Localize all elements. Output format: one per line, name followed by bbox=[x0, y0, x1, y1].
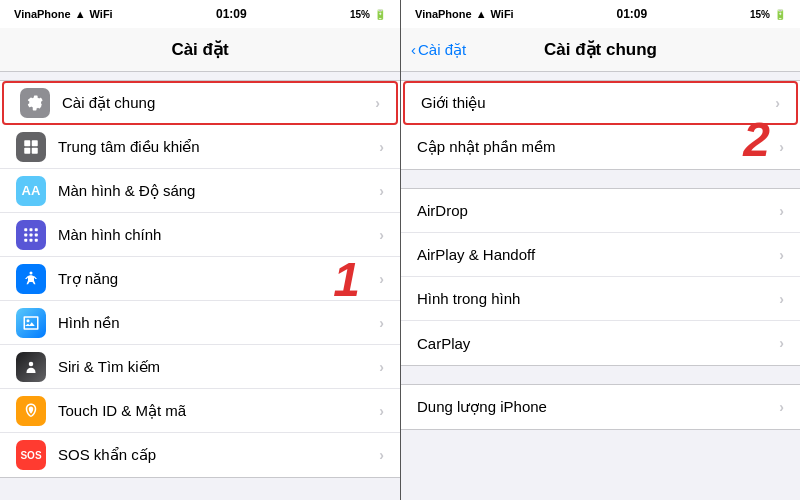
chevron-carplay: › bbox=[779, 335, 784, 351]
right-status-bar: VinaPhone ▲ WiFi 01:09 15% 🔋 bbox=[401, 0, 800, 28]
right-group-1: Giới thiệu › Cập nhật phần mềm › bbox=[401, 80, 800, 170]
right-wifi-icon: WiFi bbox=[491, 8, 514, 20]
chevron-software-update: › bbox=[779, 139, 784, 155]
left-status-right: 15% 🔋 bbox=[350, 9, 386, 20]
right-list-group-3: Dung lượng iPhone › bbox=[401, 384, 800, 430]
item-label-accessibility: Trợ năng bbox=[58, 270, 379, 288]
chevron-wallpaper: › bbox=[379, 315, 384, 331]
right-status-right: 15% 🔋 bbox=[750, 9, 786, 20]
back-button[interactable]: ‹ Cài đặt bbox=[411, 41, 466, 59]
right-carrier: VinaPhone bbox=[415, 8, 472, 20]
left-signal-icon: ▲ bbox=[75, 8, 86, 20]
item-label-display: Màn hình & Độ sáng bbox=[58, 182, 379, 200]
chevron-siri: › bbox=[379, 359, 384, 375]
item-label-picture: Hình trong hình bbox=[417, 290, 779, 307]
back-label: Cài đặt bbox=[418, 41, 466, 59]
right-list-group-2: AirDrop › AirPlay & Handoff › Hình trong… bbox=[401, 188, 800, 366]
svg-rect-3 bbox=[32, 147, 38, 153]
svg-rect-9 bbox=[35, 233, 38, 236]
list-item-control[interactable]: Trung tâm điều khiển › bbox=[0, 125, 400, 169]
svg-rect-4 bbox=[24, 228, 27, 231]
left-status-bar: VinaPhone ▲ WiFi 01:09 15% 🔋 bbox=[0, 0, 400, 28]
chevron-storage: › bbox=[779, 399, 784, 415]
svg-rect-8 bbox=[30, 233, 33, 236]
icon-sos: SOS bbox=[16, 440, 46, 470]
chevron-airplay: › bbox=[779, 247, 784, 263]
list-item-wallpaper[interactable]: Hình nền › bbox=[0, 301, 400, 345]
right-group-3: Dung lượng iPhone › bbox=[401, 384, 800, 430]
right-status-left: VinaPhone ▲ WiFi bbox=[415, 8, 514, 20]
svg-rect-11 bbox=[30, 238, 33, 241]
list-item-sos[interactable]: SOS SOS khẩn cấp › bbox=[0, 433, 400, 477]
chevron-general: › bbox=[375, 95, 380, 111]
chevron-homescreen: › bbox=[379, 227, 384, 243]
item-label-sos: SOS khẩn cấp bbox=[58, 446, 379, 464]
list-item-software-update[interactable]: Cập nhật phần mềm › bbox=[401, 125, 800, 169]
svg-rect-7 bbox=[24, 233, 27, 236]
icon-wallpaper bbox=[16, 308, 46, 338]
left-wifi-icon: WiFi bbox=[90, 8, 113, 20]
svg-point-13 bbox=[30, 271, 33, 274]
list-item-touchid[interactable]: Touch ID & Mật mã › bbox=[0, 389, 400, 433]
right-battery-icon: 🔋 bbox=[774, 9, 786, 20]
right-battery-percent: 15% bbox=[750, 9, 770, 20]
right-nav-title: Cài đặt chung bbox=[544, 39, 657, 60]
chevron-touchid: › bbox=[379, 403, 384, 419]
left-status-left: VinaPhone ▲ WiFi bbox=[14, 8, 113, 20]
list-item-airplay[interactable]: AirPlay & Handoff › bbox=[401, 233, 800, 277]
item-label-airdrop: AirDrop bbox=[417, 202, 779, 219]
list-item-about[interactable]: Giới thiệu › bbox=[403, 81, 798, 125]
icon-control bbox=[16, 132, 46, 162]
left-scroll-area[interactable]: 1 Cài đặt chung › bbox=[0, 72, 400, 500]
icon-display: AA bbox=[16, 176, 46, 206]
list-item-homescreen[interactable]: Màn hình chính › bbox=[0, 213, 400, 257]
list-item-siri[interactable]: Siri & Tìm kiếm › bbox=[0, 345, 400, 389]
item-label-airplay: AirPlay & Handoff bbox=[417, 246, 779, 263]
icon-homescreen bbox=[16, 220, 46, 250]
item-label-touchid: Touch ID & Mật mã bbox=[58, 402, 379, 420]
chevron-accessibility: › bbox=[379, 271, 384, 287]
right-nav-bar: ‹ Cài đặt Cài đặt chung bbox=[401, 28, 800, 72]
svg-rect-5 bbox=[30, 228, 33, 231]
item-label-about: Giới thiệu bbox=[421, 94, 775, 112]
item-label-wallpaper: Hình nền bbox=[58, 314, 379, 332]
svg-rect-0 bbox=[24, 140, 30, 146]
item-label-control: Trung tâm điều khiển bbox=[58, 138, 379, 156]
right-list-group-1: Giới thiệu › Cập nhật phần mềm › bbox=[401, 80, 800, 170]
icon-touchid bbox=[16, 396, 46, 426]
list-item-carplay[interactable]: CarPlay › bbox=[401, 321, 800, 365]
left-red-number: 1 bbox=[333, 252, 360, 307]
list-item-storage[interactable]: Dung lượng iPhone › bbox=[401, 385, 800, 429]
left-nav-bar: Cài đặt bbox=[0, 28, 400, 72]
svg-point-14 bbox=[29, 361, 34, 366]
left-battery-icon: 🔋 bbox=[374, 9, 386, 20]
list-item-picture[interactable]: Hình trong hình › bbox=[401, 277, 800, 321]
chevron-display: › bbox=[379, 183, 384, 199]
chevron-control: › bbox=[379, 139, 384, 155]
item-label-software-update: Cập nhật phần mềm bbox=[417, 138, 779, 156]
left-phone-panel: VinaPhone ▲ WiFi 01:09 15% 🔋 Cài đặt 1 bbox=[0, 0, 400, 500]
icon-siri bbox=[16, 352, 46, 382]
right-group-2: AirDrop › AirPlay & Handoff › Hình trong… bbox=[401, 188, 800, 366]
right-phone-panel: VinaPhone ▲ WiFi 01:09 15% 🔋 ‹ Cài đặt C… bbox=[400, 0, 800, 500]
svg-rect-10 bbox=[24, 238, 27, 241]
icon-gear bbox=[20, 88, 50, 118]
left-nav-title: Cài đặt bbox=[171, 39, 228, 60]
item-label-general: Cài đặt chung bbox=[62, 94, 375, 112]
right-time: 01:09 bbox=[616, 7, 647, 21]
list-item-airdrop[interactable]: AirDrop › bbox=[401, 189, 800, 233]
left-battery-percent: 15% bbox=[350, 9, 370, 20]
list-item-display[interactable]: AA Màn hình & Độ sáng › bbox=[0, 169, 400, 213]
right-signal-icon: ▲ bbox=[476, 8, 487, 20]
back-chevron-icon: ‹ bbox=[411, 41, 416, 58]
right-scroll-area[interactable]: 2 Giới thiệu › Cập nhật phần mềm › AirDr… bbox=[401, 72, 800, 500]
svg-rect-6 bbox=[35, 228, 38, 231]
chevron-about: › bbox=[775, 95, 780, 111]
svg-rect-2 bbox=[24, 147, 30, 153]
list-item-general[interactable]: Cài đặt chung › bbox=[2, 81, 398, 125]
item-label-storage: Dung lượng iPhone bbox=[417, 398, 779, 416]
item-label-siri: Siri & Tìm kiếm bbox=[58, 358, 379, 376]
chevron-airdrop: › bbox=[779, 203, 784, 219]
left-carrier: VinaPhone bbox=[14, 8, 71, 20]
left-time: 01:09 bbox=[216, 7, 247, 21]
